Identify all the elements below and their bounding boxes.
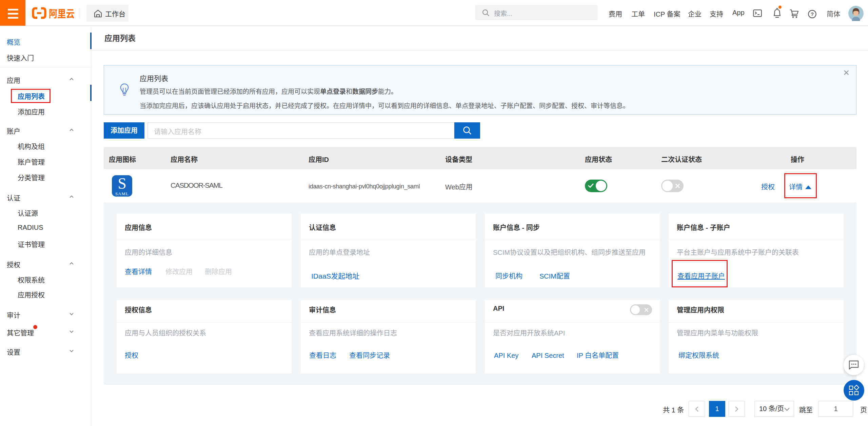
svg-text:阿里云: 阿里云	[49, 7, 75, 20]
svg-text:?: ?	[811, 11, 814, 17]
